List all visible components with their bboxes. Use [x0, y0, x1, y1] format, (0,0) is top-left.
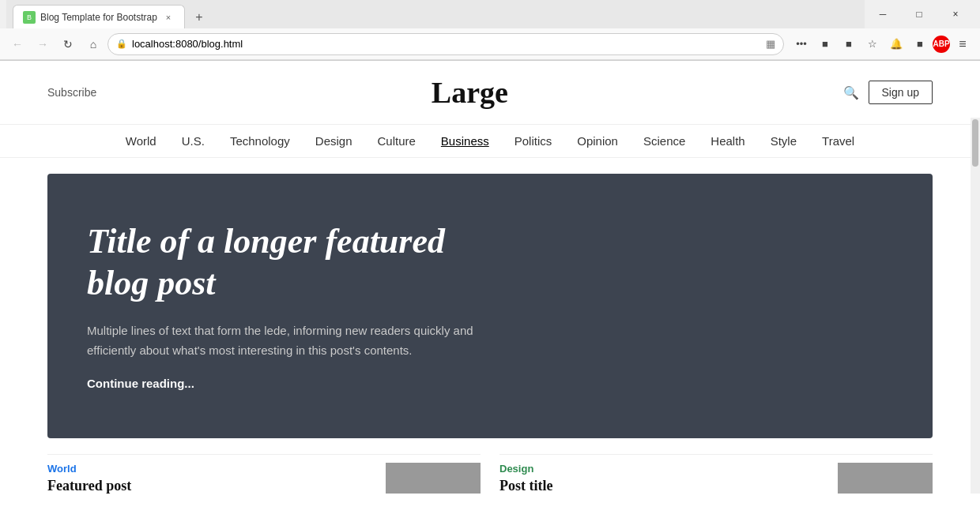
- blog-header: Subscribe Large 🔍 Sign up: [0, 61, 980, 125]
- nav-science[interactable]: Science: [643, 134, 685, 148]
- cards-row: World Featured post Design Post title: [47, 454, 933, 494]
- home-button[interactable]: ⌂: [82, 33, 104, 55]
- card-world-content: World Featured post: [47, 463, 376, 494]
- nav-design[interactable]: Design: [315, 134, 352, 148]
- nav-culture[interactable]: Culture: [378, 134, 416, 148]
- hero-description: Multiple lines of text that form the led…: [87, 321, 498, 361]
- card-design-image: [838, 463, 933, 494]
- site-title: Large: [432, 75, 508, 110]
- reader-mode-icon[interactable]: ▦: [766, 38, 775, 50]
- bookmark-button[interactable]: ☆: [861, 33, 884, 55]
- more-button[interactable]: •••: [790, 33, 812, 55]
- card-world-title: Featured post: [47, 478, 376, 494]
- hero-title: Title of a longer featured blog post: [87, 221, 482, 305]
- scrollbar-thumb: [972, 119, 978, 167]
- card-world-category[interactable]: World: [47, 463, 376, 475]
- maximize-button[interactable]: □: [901, 0, 937, 28]
- nav-technology[interactable]: Technology: [230, 134, 290, 148]
- page-wrapper: Subscribe Large 🔍 Sign up World U.S. Tec…: [0, 61, 980, 494]
- spacer-icon: ■: [909, 33, 931, 55]
- hero-section: Title of a longer featured blog post Mul…: [47, 174, 933, 438]
- reload-button[interactable]: ↻: [57, 33, 79, 55]
- navigation-bar: ← → ↻ ⌂ 🔒 localhost:8080/blog.html ▦ •••…: [0, 28, 980, 60]
- address-text: localhost:8080/blog.html: [132, 38, 761, 50]
- address-bar[interactable]: 🔒 localhost:8080/blog.html ▦: [107, 33, 784, 55]
- nav-travel[interactable]: Travel: [822, 134, 854, 148]
- card-world-image: [386, 463, 481, 494]
- title-bar: B Blog Template for Bootstrap × + ─ □ ×: [0, 0, 980, 28]
- nav-politics[interactable]: Politics: [514, 134, 552, 148]
- tab-close-button[interactable]: ×: [162, 11, 175, 24]
- header-right: 🔍 Sign up: [843, 81, 933, 104]
- hero-continue-link[interactable]: Continue reading...: [87, 377, 194, 390]
- nav-opinion[interactable]: Opinion: [577, 134, 618, 148]
- tab-bar: B Blog Template for Bootstrap × +: [6, 0, 865, 28]
- card-design: Design Post title: [499, 454, 933, 494]
- blog-navigation: World U.S. Technology Design Culture Bus…: [0, 125, 980, 158]
- nav-world[interactable]: World: [126, 134, 156, 148]
- nav-style[interactable]: Style: [771, 134, 797, 148]
- scrollbar[interactable]: [971, 118, 980, 494]
- nav-health[interactable]: Health: [710, 134, 744, 148]
- adblock-button[interactable]: ABP: [933, 36, 950, 53]
- back-button[interactable]: ←: [6, 33, 28, 55]
- tab-title: Blog Template for Bootstrap: [40, 12, 157, 23]
- nav-us[interactable]: U.S.: [182, 134, 205, 148]
- window-controls: ─ □ ×: [865, 0, 974, 28]
- search-icon[interactable]: 🔍: [843, 85, 859, 100]
- new-tab-button[interactable]: +: [188, 6, 210, 28]
- nav-business[interactable]: Business: [441, 134, 489, 148]
- subscribe-link[interactable]: Subscribe: [47, 86, 96, 99]
- lock-icon: 🔒: [116, 39, 127, 49]
- tab-favicon: B: [23, 11, 36, 24]
- notification-icon[interactable]: 🔔: [885, 33, 907, 55]
- extensions-button[interactable]: ■: [838, 33, 860, 55]
- menu-button[interactable]: ≡: [952, 33, 974, 55]
- browser-chrome: B Blog Template for Bootstrap × + ─ □ × …: [0, 0, 980, 61]
- minimize-button[interactable]: ─: [865, 0, 901, 28]
- pocket-button[interactable]: ■: [814, 33, 836, 55]
- nav-icons: ••• ■ ■ ☆ 🔔 ■ ABP ≡: [790, 33, 974, 55]
- card-design-content: Design Post title: [499, 463, 828, 494]
- signup-button[interactable]: Sign up: [869, 81, 933, 104]
- card-world: World Featured post: [47, 454, 481, 494]
- card-design-title: Post title: [499, 478, 828, 494]
- card-design-category[interactable]: Design: [499, 463, 828, 475]
- active-tab[interactable]: B Blog Template for Bootstrap ×: [13, 5, 185, 28]
- forward-button[interactable]: →: [32, 33, 54, 55]
- close-button[interactable]: ×: [937, 0, 974, 28]
